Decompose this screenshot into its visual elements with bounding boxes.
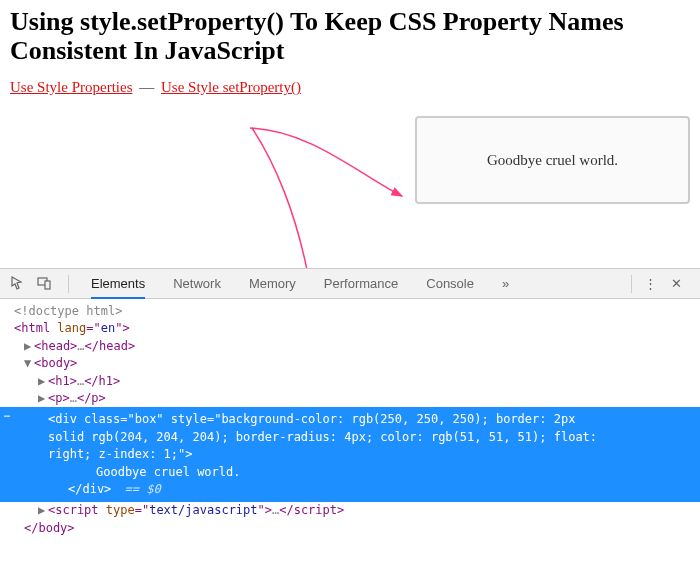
tab-performance[interactable]: Performance (324, 269, 398, 299)
close-icon[interactable]: ✕ (666, 274, 686, 294)
device-toggle-icon[interactable] (34, 274, 54, 294)
selection-badge: … (0, 407, 14, 425)
svg-rect-1 (45, 281, 50, 289)
selected-line-2: solid rgb(204, 204, 204); border-radius:… (48, 429, 692, 446)
disclosure-triangle-icon[interactable]: ▼ (24, 355, 34, 372)
dollar-zero-hint: == $0 (125, 482, 161, 496)
tab-network[interactable]: Network (173, 269, 221, 299)
disclosure-triangle-icon[interactable]: ▶ (38, 390, 48, 407)
disclosure-triangle-icon[interactable]: ▶ (38, 502, 48, 519)
dom-doctype: <!doctype html> (14, 304, 122, 318)
disclosure-triangle-icon[interactable]: ▶ (38, 373, 48, 390)
link-use-style-properties[interactable]: Use Style Properties (10, 79, 132, 95)
devtools-panel: Elements Network Memory Performance Cons… (0, 268, 700, 565)
dom-html-open: <html lang="en"> (14, 321, 130, 335)
selected-line-1: <div class="box" style="background-color… (48, 411, 692, 428)
devtools-tabbar: Elements Network Memory Performance Cons… (0, 269, 700, 299)
selected-line-3: right; z-index: 1;"> (48, 446, 692, 463)
inspect-icon[interactable] (8, 274, 28, 294)
tab-console[interactable]: Console (426, 269, 474, 299)
link-use-style-setproperty[interactable]: Use Style setProperty() (161, 79, 301, 95)
dom-tree[interactable]: <!doctype html> <html lang="en"> ▶<head>… (0, 299, 700, 537)
link-separator: — (139, 79, 154, 95)
dom-selected-node[interactable]: … <div class="box" style="background-col… (0, 407, 700, 502)
tab-separator (68, 275, 69, 293)
kebab-menu-icon[interactable]: ⋮ (640, 274, 660, 294)
tab-separator (631, 275, 632, 293)
tab-elements[interactable]: Elements (91, 269, 145, 299)
tabs-overflow-icon[interactable]: » (502, 269, 509, 299)
dom-body-close: </body> (24, 521, 75, 535)
link-row: Use Style Properties — Use Style setProp… (10, 79, 690, 96)
demo-box-text: Goodbye cruel world. (487, 152, 618, 169)
demo-box: Goodbye cruel world. (415, 116, 690, 204)
disclosure-triangle-icon[interactable]: ▶ (24, 338, 34, 355)
selected-close-tag: </div> (68, 482, 111, 496)
selected-inner-text: Goodbye cruel world. (48, 464, 692, 481)
tab-memory[interactable]: Memory (249, 269, 296, 299)
page-title: Using style.setProperty() To Keep CSS Pr… (10, 8, 690, 65)
